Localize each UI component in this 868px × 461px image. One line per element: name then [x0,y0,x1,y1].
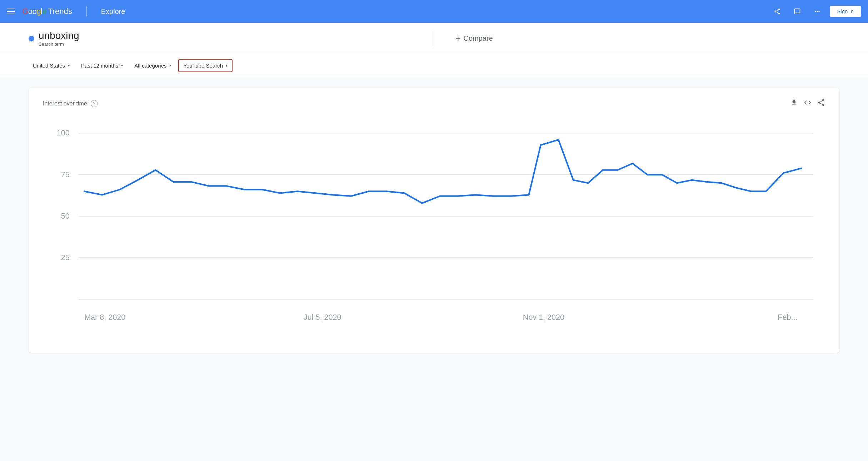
search-term-name: unboxing [39,30,79,41]
y-label-75: 75 [61,170,70,179]
compare-section[interactable]: + Compare [434,34,840,44]
app-header: Google Trends Explore Sign in [0,0,868,23]
categories-chevron: ▾ [169,64,171,68]
categories-filter[interactable]: All categories ▾ [130,60,175,71]
trends-wordmark: Trends [48,7,72,16]
interest-over-time-card: Interest over time ? [29,88,839,353]
chart-title: Interest over time [43,100,87,107]
compare-plus-icon: + [456,34,461,44]
feedback-icon[interactable] [790,4,804,19]
categories-value: All categories [134,63,166,69]
apps-icon[interactable] [810,4,824,19]
trend-line [84,140,801,203]
hamburger-menu[interactable] [7,9,15,14]
term-color-indicator [29,36,34,41]
search-type-value: YouTube Search [183,63,223,69]
google-wordmark: Google [22,7,46,16]
location-chevron: ▾ [68,64,70,68]
header-left: Google Trends Explore [7,6,125,16]
period-filter[interactable]: Past 12 months ▾ [77,60,127,71]
search-type-filter[interactable]: YouTube Search ▾ [178,59,233,72]
search-section: unboxing Search term + Compare [0,23,868,54]
chart-actions [790,99,825,108]
line-chart: 100 75 50 25 Mar 8, 2020 Jul 5, 2020 Nov… [43,115,825,341]
chart-title-area: Interest over time ? [43,100,98,107]
period-value: Past 12 months [81,63,118,69]
search-type-chevron: ▾ [226,64,228,68]
location-filter[interactable]: United States ▾ [29,60,74,71]
embed-button[interactable] [804,99,812,108]
y-label-100: 100 [57,128,70,137]
search-term-type: Search term [39,41,79,47]
x-label-mar: Mar 8, 2020 [84,313,125,322]
sign-in-button[interactable]: Sign in [830,6,861,17]
x-label-feb: Feb... [778,313,797,322]
y-label-25: 25 [61,253,70,262]
search-term-box: unboxing Search term [29,30,434,47]
header-divider [86,6,87,16]
chart-container: 100 75 50 25 Mar 8, 2020 Jul 5, 2020 Nov… [43,115,825,342]
help-symbol: ? [93,101,95,106]
app-logo: Google Trends [22,7,72,16]
period-chevron: ▾ [121,64,123,68]
compare-label: Compare [464,34,493,43]
y-label-50: 50 [61,212,70,220]
filters-section: United States ▾ Past 12 months ▾ All cat… [0,54,868,77]
x-label-nov: Nov 1, 2020 [523,313,564,322]
explore-label: Explore [101,8,125,16]
share-icon[interactable] [770,4,784,19]
chart-header: Interest over time ? [43,99,825,108]
header-right: Sign in [770,4,861,19]
search-term-info: unboxing Search term [39,30,79,47]
download-button[interactable] [790,99,798,108]
share-chart-button[interactable] [817,99,825,108]
main-content: Interest over time ? [0,77,868,461]
location-value: United States [33,63,65,69]
x-label-jul: Jul 5, 2020 [304,313,341,322]
help-icon[interactable]: ? [91,100,98,107]
